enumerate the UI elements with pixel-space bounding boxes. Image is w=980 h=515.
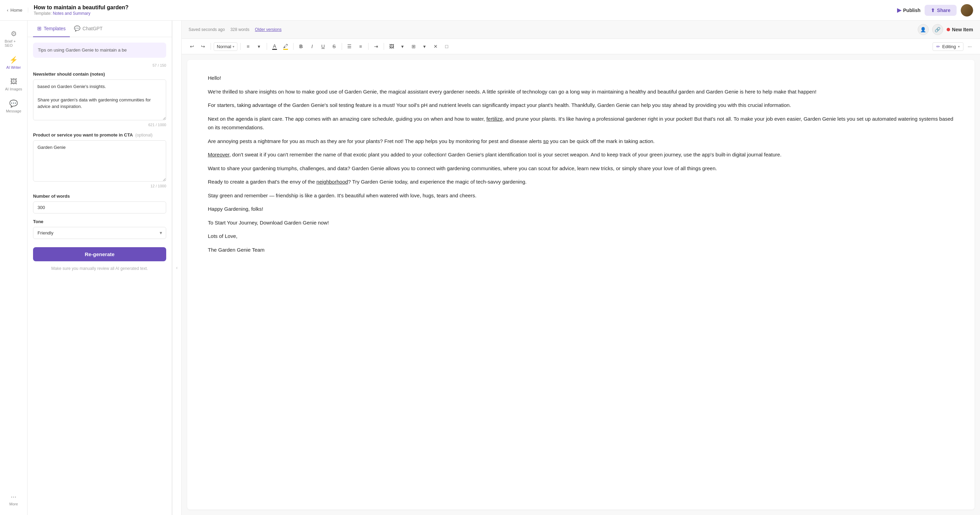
undo-button[interactable]: ↩ <box>187 41 197 51</box>
main-layout: ⚙ Brief + SEO ⚡ AI Writer 🖼 AI Images 💬 … <box>0 21 980 515</box>
tone-section: Tone Friendly Professional Casual Formal <box>33 219 166 239</box>
topbar: ‹ Home How to maintain a beautiful garde… <box>0 0 980 21</box>
more-icon: ··· <box>11 493 16 501</box>
editor-topbar-right: 👤 🔗 New Item <box>918 24 973 35</box>
editor-area: Saved seconds ago 328 words Older versio… <box>182 21 980 515</box>
highlight-indicator: 🖍 <box>283 43 288 50</box>
home-nav[interactable]: ‹ Home <box>7 8 28 13</box>
more-options-button[interactable]: ··· <box>965 41 975 51</box>
underline-button[interactable]: U <box>318 41 328 51</box>
new-item-button[interactable]: New Item <box>947 27 973 32</box>
table-button[interactable]: ⊞ <box>409 41 418 51</box>
cta-textarea[interactable]: Garden Genie <box>33 140 166 182</box>
clear-format-button[interactable]: ✕ <box>431 41 441 51</box>
content-paragraph-10: Lots of Love, <box>208 232 954 241</box>
regenerate-label: Re-generate <box>85 251 115 257</box>
align-dropdown-button[interactable]: ▾ <box>254 41 264 51</box>
editor-topbar: Saved seconds ago 328 words Older versio… <box>182 21 980 39</box>
strikethrough-button[interactable]: S <box>329 41 339 51</box>
table-dropdown-button[interactable]: ▾ <box>420 41 430 51</box>
ordered-list-button[interactable]: ≡ <box>356 41 366 51</box>
italic-button[interactable]: I <box>307 41 317 51</box>
image-button[interactable]: 🖼 <box>387 41 396 51</box>
disclaimer-text: Make sure you manually review all AI gen… <box>33 265 166 272</box>
redo-button[interactable]: ↪ <box>198 41 208 51</box>
highlight-icon: 🖍 <box>283 43 288 49</box>
chat-icon: 💬 <box>9 99 18 108</box>
tab-templates[interactable]: ⊞ Templates <box>33 21 70 37</box>
highlight-button[interactable]: 🖍 <box>281 41 290 51</box>
new-item-label: New Item <box>952 27 973 32</box>
content-paragraph-3: Are annoying pests a nightmare for you a… <box>208 137 954 146</box>
older-versions-link[interactable]: Older versions <box>255 27 282 32</box>
neighborhood-underline: neighborhood <box>317 179 348 185</box>
share-label: Share <box>937 8 950 13</box>
cta-label: Product or service you want to promote i… <box>33 132 166 138</box>
words-label: Number of words <box>33 193 166 199</box>
editing-status-dropdown[interactable]: ✏ Editing ▾ <box>932 42 964 51</box>
words-input[interactable] <box>33 201 166 214</box>
image-dropdown-button[interactable]: ▾ <box>398 41 407 51</box>
nav-item-ai-writer[interactable]: ⚡ AI Writer <box>2 52 25 73</box>
nav-item-message[interactable]: 💬 Message <box>2 96 25 117</box>
sidebar-tabs: ⊞ Templates 💬 ChatGPT <box>27 21 172 37</box>
content-paragraph-11: The Garden Genie Team <box>208 246 954 254</box>
style-dropdown[interactable]: Normal ▾ <box>214 42 237 51</box>
comment-button[interactable]: □ <box>442 41 452 51</box>
icon-nav: ⚙ Brief + SEO ⚡ AI Writer 🖼 AI Images 💬 … <box>0 21 27 515</box>
lightning-icon: ⚡ <box>9 56 18 64</box>
toolbar-sep-6 <box>368 43 369 50</box>
sidebar-wrapper: ⊞ Templates 💬 ChatGPT Tips on using Gard… <box>27 21 182 515</box>
templates-grid-icon: ⊞ <box>37 25 41 32</box>
pencil-icon: ✏ <box>936 44 940 49</box>
share-button[interactable]: ⬆ Share <box>924 5 956 16</box>
publish-arrow-icon: ▶ <box>897 7 901 13</box>
tone-select[interactable]: Friendly Professional Casual Formal <box>33 227 166 239</box>
content-paragraph-5: Want to share your gardening triumphs, c… <box>208 164 954 173</box>
topbar-actions: ▶ Publish ⬆ Share <box>897 4 973 16</box>
page-title: How to maintain a beautiful garden? <box>34 5 891 11</box>
tab-chatgpt[interactable]: 💬 ChatGPT <box>70 21 107 37</box>
template-subtitle: Template: Notes and Summary <box>34 11 891 16</box>
text-color-bar <box>272 49 277 50</box>
nav-label-ai-writer: AI Writer <box>6 65 21 70</box>
red-dot-icon <box>947 28 950 31</box>
nav-item-more[interactable]: ··· More <box>2 489 25 510</box>
nav-item-brief-seo[interactable]: ⚙ Brief + SEO <box>2 26 25 51</box>
editing-status-label: Editing <box>942 44 956 49</box>
template-link[interactable]: Notes and Summary <box>52 11 90 16</box>
home-label: Home <box>10 8 22 13</box>
saved-status: Saved seconds ago <box>189 27 225 32</box>
style-label: Normal <box>217 44 231 49</box>
content-paragraph-8: Happy Gardening, folks! <box>208 204 954 214</box>
text-color-button[interactable]: A <box>270 41 279 51</box>
toolbar-sep-4 <box>293 43 294 50</box>
sidebar-collapse-button[interactable]: ‹ <box>172 21 182 515</box>
bold-button[interactable]: B <box>296 41 306 51</box>
notes-char-count: 621 / 1000 <box>33 123 166 127</box>
regenerate-button[interactable]: Re-generate <box>33 247 166 261</box>
indent-button[interactable]: ⇥ <box>371 41 381 51</box>
toolbar: ↩ ↪ Normal ▾ ≡ ▾ A 🖍 <box>182 39 980 54</box>
nav-label-more: More <box>9 502 18 506</box>
template-prefix: Template: <box>34 11 52 16</box>
editor-content[interactable]: Hello! We're thrilled to share insights … <box>187 60 975 510</box>
link-button[interactable]: 🔗 <box>932 24 943 35</box>
notes-label: Newsletter should contain (notes) <box>33 71 166 77</box>
avatar-circle-button[interactable]: 👤 <box>918 24 929 35</box>
tips-box: Tips on using Garden Genie to maintain a… <box>33 43 166 58</box>
align-button[interactable]: ≡ <box>243 41 253 51</box>
publish-button[interactable]: ▶ Publish <box>897 7 921 13</box>
collapse-chevron-icon: ‹ <box>176 265 178 270</box>
toolbar-sep-5 <box>342 43 342 50</box>
nav-label-ai-images: AI Images <box>5 87 22 91</box>
notes-textarea[interactable]: based on Garden Genie's insights. Share … <box>33 79 166 120</box>
nav-item-ai-images[interactable]: 🖼 AI Images <box>2 74 25 95</box>
link-icon: 🔗 <box>935 27 940 32</box>
so-underline: so <box>543 138 549 144</box>
bullet-list-button[interactable]: ☰ <box>345 41 355 51</box>
avatar[interactable] <box>961 4 973 16</box>
content-paragraph-2: Next on the agenda is plant care. The ap… <box>208 114 954 132</box>
fertilize-underline: fertilize <box>486 116 503 122</box>
words-section: Number of words <box>33 193 166 214</box>
